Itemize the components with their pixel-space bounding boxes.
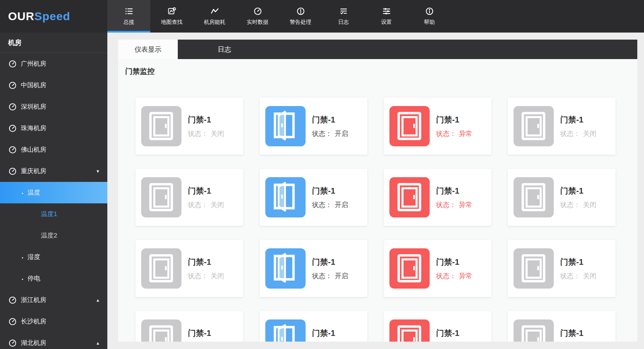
alert-icon: [296, 7, 305, 16]
sidebar-item-label: 温度2: [41, 231, 57, 240]
door-card[interactable]: 门禁-1 状态：开启: [260, 98, 367, 155]
door-closed-icon: [141, 319, 181, 342]
door-card-status: 状态：关闭: [560, 271, 596, 281]
gauge-icon: [8, 296, 17, 305]
door-card[interactable]: 门禁-1 状态：关闭: [136, 311, 243, 342]
gauge-icon: [8, 317, 17, 326]
door-card[interactable]: 门禁-1 状态：异常: [384, 98, 491, 155]
door-card[interactable]: 门禁-1 状态：异常: [384, 311, 491, 342]
door-card-status: 状态：关闭: [188, 200, 224, 209]
door-card-title: 门禁-1: [560, 328, 596, 339]
nav-item-logs[interactable]: 日志: [322, 0, 365, 33]
sidebar-item-room-foshan[interactable]: 佛山机房: [0, 139, 107, 160]
door-card[interactable]: 门禁-1 状态：关闭: [508, 98, 615, 155]
help-info-icon: [425, 7, 434, 16]
door-card[interactable]: 门禁-1 状态：异常: [384, 240, 491, 297]
door-open-icon: [265, 319, 306, 342]
log-icon: [339, 7, 348, 16]
sidebar-item-label: 湿度: [28, 253, 40, 261]
bullet-dot: ·: [21, 252, 24, 262]
sidebar-item-room-zhuhai[interactable]: 珠海机房: [0, 117, 107, 139]
nav-label: 总揽: [123, 19, 134, 26]
door-card[interactable]: 门禁-1 状态：关闭: [508, 311, 615, 342]
sidebar-item-room-zhongguo[interactable]: 中国机房: [0, 74, 107, 96]
door-abnormal-icon: [389, 106, 430, 146]
door-closed-icon: [514, 319, 554, 342]
nav-item-alerts[interactable]: 警告处理: [279, 0, 322, 33]
nav-item-realtime[interactable]: 实时数据: [236, 0, 279, 33]
sidebar-item-room-guangzhou[interactable]: 广州机房: [0, 53, 107, 74]
door-card-status: 状态：异常: [436, 271, 472, 281]
sidebar-item-label: 停电: [28, 274, 40, 283]
door-card-status: 状态：关闭: [188, 271, 224, 281]
nav-item-settings[interactable]: 设置: [365, 0, 408, 33]
door-card-title: 门禁-1: [188, 114, 224, 125]
door-card[interactable]: 门禁-1 状态：关闭: [136, 240, 243, 297]
door-card[interactable]: 门禁-1 状态：开启: [260, 240, 367, 297]
door-card[interactable]: 门禁-1 状态：关闭: [508, 169, 615, 226]
door-card[interactable]: 门禁-1 状态：开启: [260, 169, 367, 226]
gauge-icon: [8, 59, 17, 68]
nav-item-energy[interactable]: 机房能耗: [193, 0, 236, 33]
map-search-icon: [167, 7, 176, 16]
sidebar-item-label: 温度: [28, 188, 40, 197]
logo-text-our: OUR: [8, 10, 35, 23]
bullet-dot: ·: [21, 188, 24, 198]
tab-meter-display[interactable]: 仪表显示: [118, 40, 178, 59]
door-card[interactable]: 门禁-1 状态：关闭: [136, 169, 243, 226]
sidebar-item-label: 湖北机房: [21, 339, 46, 347]
sidebar-item-room-changsha[interactable]: 长沙机房: [0, 311, 107, 332]
door-open-icon: [265, 106, 306, 146]
chevron-up-icon[interactable]: ▲: [96, 341, 100, 346]
tab-log[interactable]: 日志: [195, 40, 254, 59]
door-card[interactable]: 门禁-1 状态：异常: [384, 169, 491, 226]
gauge-icon: [253, 7, 262, 16]
content-tabbar: 仪表显示 日志: [118, 40, 637, 59]
logo-text-speed: Speed: [35, 10, 70, 23]
door-card-title: 门禁-1: [188, 186, 224, 196]
sidebar-item-room-hubei[interactable]: 湖北机房 ▲: [0, 332, 107, 349]
sidebar-item-room-chongqing[interactable]: 重庆机房 ▼: [0, 160, 107, 182]
sidebar-item-temperature-2[interactable]: 温度2: [0, 225, 107, 246]
door-card-title: 门禁-1: [436, 328, 472, 339]
door-card-title: 门禁-1: [436, 114, 472, 125]
door-abnormal-icon: [389, 177, 430, 217]
nav-label: 日志: [338, 19, 349, 26]
sidebar-item-room-zhejiang[interactable]: 浙江机房 ▲: [0, 289, 107, 311]
chevron-down-icon[interactable]: ▼: [96, 169, 100, 174]
sidebar-item-humidity[interactable]: · 湿度: [0, 246, 107, 268]
chevron-up-icon[interactable]: ▲: [96, 298, 100, 303]
door-card[interactable]: 门禁-1 状态：开启: [260, 311, 367, 342]
door-card-status: 状态：关闭: [560, 129, 596, 138]
sidebar-item-power-outage[interactable]: · 停电: [0, 268, 107, 289]
door-abnormal-icon: [389, 248, 430, 289]
top-header: OURSpeed 总揽 地图查找: [0, 0, 644, 33]
energy-pulse-icon: [210, 7, 219, 16]
sidebar-title: 机房: [0, 33, 107, 53]
gauge-icon: [8, 167, 17, 176]
sidebar-item-room-shenzhen[interactable]: 深圳机房: [0, 96, 107, 117]
section-title: 门禁监控: [125, 66, 155, 77]
door-closed-icon: [141, 177, 181, 217]
door-card[interactable]: 门禁-1 状态：关闭: [136, 98, 243, 155]
door-card[interactable]: 门禁-1 状态：关闭: [508, 240, 615, 297]
door-card-title: 门禁-1: [436, 186, 472, 196]
door-closed-icon: [141, 248, 181, 289]
nav-item-help[interactable]: 帮助: [408, 0, 451, 33]
overview-list-icon: [124, 7, 133, 16]
door-open-icon: [265, 248, 306, 289]
nav-item-overview[interactable]: 总揽: [107, 0, 150, 33]
gauge-icon: [8, 339, 17, 348]
door-closed-icon: [514, 248, 554, 289]
door-closed-icon: [514, 177, 554, 217]
sidebar-item-temperature[interactable]: · 温度: [0, 182, 107, 203]
sidebar-item-temperature-1[interactable]: 温度1: [0, 203, 107, 225]
door-card-title: 门禁-1: [436, 257, 472, 267]
door-card-status: 状态：开启: [312, 271, 348, 281]
gauge-icon: [8, 124, 17, 133]
nav-item-map-search[interactable]: 地图查找: [150, 0, 193, 33]
door-card-title: 门禁-1: [560, 114, 596, 125]
door-card-status: 状态：开启: [312, 200, 348, 209]
sidebar-item-label: 长沙机房: [21, 317, 46, 326]
sidebar-item-label: 深圳机房: [21, 102, 46, 111]
